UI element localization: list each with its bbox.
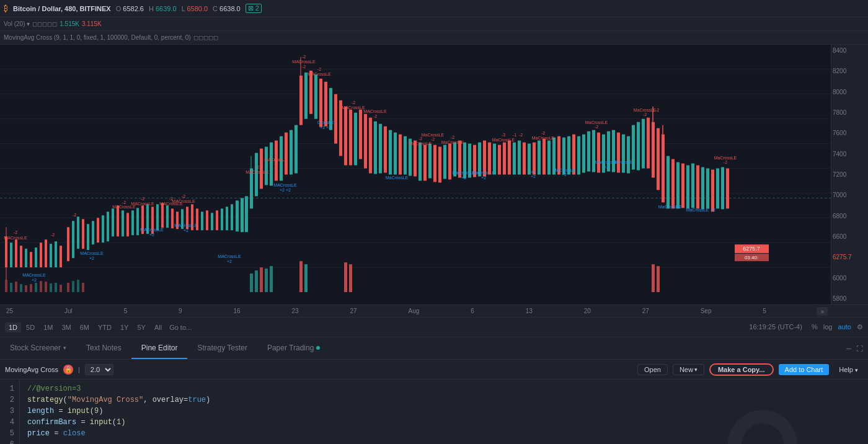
help-button[interactable]: Help ▾ [834,365,863,375]
x-axis: 25 Jul 5 9 16 23 27 Aug 6 13 20 27 Sep 5… [0,305,868,317]
make-copy-button[interactable]: Make a Copy... [709,363,774,376]
svg-rect-37 [107,211,109,241]
tab-stock-screener[interactable]: Stock Screener ▾ [0,337,76,359]
svg-rect-162 [493,144,496,175]
svg-text:-2: -2 [431,137,435,141]
svg-text:MACrossLE: MACrossLE [131,202,154,206]
log-icon[interactable]: log [823,323,833,331]
svg-rect-242 [15,282,17,292]
svg-rect-79 [241,198,244,232]
svg-rect-74 [216,210,218,230]
svg-text:MACrossLE: MACrossLE [342,105,365,110]
svg-rect-179 [547,141,551,175]
svg-rect-193 [597,133,600,173]
tf-5d[interactable]: 5D [22,322,38,332]
lock-icon[interactable]: 🔒 [63,365,73,375]
svg-text:MaCrossLE: MaCrossLE [409,141,432,146]
x-label: Sep [701,308,712,314]
version-select[interactable]: 2.0 1.0 3.0 [85,364,113,375]
scroll-btn[interactable]: » [817,307,828,316]
x-label: 27 [642,308,649,314]
open-button[interactable]: Open [637,364,668,375]
ohlc-open: O 6582.6 [116,5,144,12]
svg-rect-29 [67,227,69,261]
code-editor[interactable]: 1 2 3 4 5 6 7 8 9 10 11 12 13 14 15 16 /… [0,380,868,444]
svg-rect-178 [542,139,546,175]
svg-rect-72 [206,210,208,230]
svg-rect-197 [617,133,620,173]
svg-rect-251 [60,285,62,292]
svg-rect-92 [290,130,293,175]
x-label: 27 [350,308,357,314]
svg-text:-2: -2 [274,162,278,166]
svg-text:+2: +2 [461,175,466,180]
percent-icon[interactable]: % [812,323,818,331]
ohlc-low: L 6580.0 [182,5,208,12]
chart-area[interactable]: MACrossLE +2 -2 MACrossLE -2 MACrossLE +… [0,45,868,305]
tf-3m[interactable]: 3M [58,322,74,332]
tf-5y[interactable]: 5Y [133,322,149,332]
timeframe-bar: 1D 5D 1M 3M 6M YTD 1Y 5Y All Go to... 16… [0,317,868,337]
code-content[interactable]: //@version=3 strategy("MovingAvg Cross",… [20,380,868,444]
minimize-icon[interactable]: ─ [846,345,851,352]
svg-text:-2: -2 [352,100,355,105]
x-label: 13 [526,308,533,314]
price-level: 7000 [833,192,867,198]
auto-icon[interactable]: auto [838,323,851,331]
new-button[interactable]: New ▾ [673,364,704,375]
x-label: 23 [292,308,299,314]
tf-ytd[interactable]: YTD [94,322,115,332]
svg-rect-57 [161,203,164,228]
tab-strategy-tester[interactable]: Strategy Tester [187,337,257,359]
svg-text:-2: -2 [655,108,659,112]
code-line-2: strategy("MovingAvg Cross", overlay=true… [27,394,861,406]
tab-paper-trading[interactable]: Paper Trading [257,337,330,359]
svg-text:-2: -2 [724,160,727,164]
tf-1y[interactable]: 1Y [117,322,132,332]
svg-rect-255 [82,283,84,292]
svg-text:MaCrossLE: MaCrossLE [634,108,657,112]
svg-text:-2: -2 [317,67,321,71]
svg-text:-1: -1 [513,133,516,137]
svg-text:-2: -2 [643,112,647,117]
svg-text:+2: +2 [89,256,94,260]
svg-text:-2: -2 [418,136,422,141]
svg-rect-43 [122,210,124,236]
svg-rect-229 [716,169,719,209]
svg-rect-192 [592,130,595,172]
svg-rect-199 [627,136,630,174]
svg-rect-206 [637,122,640,171]
svg-rect-240 [5,280,7,292]
tf-1m[interactable]: 1M [40,322,56,332]
svg-rect-30 [72,221,74,258]
svg-rect-32 [82,219,84,249]
svg-rect-164 [503,143,506,175]
tab-text-notes[interactable]: Text Notes [76,337,131,359]
svg-rect-136 [418,143,422,181]
svg-rect-243 [20,284,22,292]
settings-icon[interactable]: ⚙ [857,323,863,331]
svg-rect-224 [691,164,694,208]
x-label: 5 [763,308,766,314]
add-to-chart-button[interactable]: Add to Chart [779,364,830,375]
expand-icon[interactable]: ⛶ [856,345,863,352]
tf-1d[interactable]: 1D [5,322,21,332]
svg-rect-248 [45,282,47,292]
svg-text:MaCrossLE: MaCrossLE [472,171,495,175]
tf-all[interactable]: All [151,322,166,332]
svg-rect-10 [5,236,7,267]
svg-rect-263 [344,262,347,292]
chevron-down-icon: ▾ [694,366,698,373]
svg-rect-103 [309,71,312,114]
goto-btn[interactable]: Go to... [169,324,192,331]
svg-text:ACrossLE: ACrossLE [613,160,633,164]
svg-rect-119 [354,113,357,166]
svg-rect-34 [92,221,94,244]
svg-rect-145 [438,147,441,183]
svg-rect-135 [414,141,417,177]
tab-pine-editor[interactable]: Pine Editor [131,337,188,359]
indicator-line: Vol (20) ▾ ◻◻◻◻◻ 1.515K 3.115K [0,17,868,31]
svg-text:-2: -2 [14,230,17,234]
svg-rect-209 [652,122,655,178]
tf-6m[interactable]: 6M [76,322,93,332]
